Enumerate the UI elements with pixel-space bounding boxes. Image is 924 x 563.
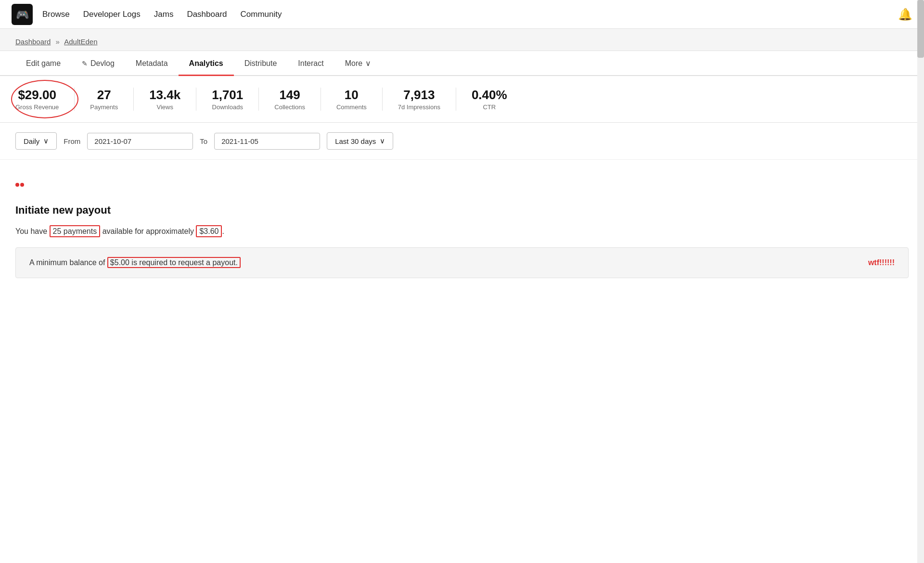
stat-label-views: Views xyxy=(156,103,173,111)
payout-title: Initiate new payout xyxy=(15,204,909,217)
range-select[interactable]: Last 30 days ∨ xyxy=(327,132,393,150)
stat-value-comments: 10 xyxy=(345,88,359,102)
nav-browse[interactable]: Browse xyxy=(42,10,70,19)
chart-dot xyxy=(20,183,24,187)
stat-comments: 10 Comments xyxy=(321,88,383,111)
payout-text-before: You have xyxy=(15,227,50,235)
payments-highlight: 25 payments xyxy=(50,225,101,237)
top-navigation: 🎮 Browse Developer Logs Jams Dashboard C… xyxy=(0,0,924,29)
notice-box: A minimum balance of $5.00 is required t… xyxy=(15,247,909,278)
stat-label-impressions: 7d Impressions xyxy=(398,103,440,111)
breadcrumb-separator: » xyxy=(56,38,60,46)
tab-metadata[interactable]: Metadata xyxy=(125,51,179,76)
stat-label-collections: Collections xyxy=(274,103,305,111)
stat-collections: 149 Collections xyxy=(259,88,321,111)
stat-downloads: 1,701 Downloads xyxy=(196,88,259,111)
notification-bell-icon[interactable]: 🔔 xyxy=(898,8,912,21)
scrollbar-thumb[interactable] xyxy=(917,0,924,58)
stat-value-downloads: 1,701 xyxy=(212,88,243,102)
period-chevron-down-icon: ∨ xyxy=(43,137,49,145)
stat-label-gross-revenue: Gross Revenue xyxy=(15,103,59,111)
nav-dashboard[interactable]: Dashboard xyxy=(187,10,227,19)
tab-analytics[interactable]: Analytics xyxy=(179,51,234,76)
breadcrumb: Dashboard » AdultEden xyxy=(0,29,924,51)
stat-ctr: 0.40% CTR xyxy=(456,88,523,111)
stat-value-views: 13.4k xyxy=(149,88,180,102)
stat-value-payments: 27 xyxy=(97,88,111,102)
tab-interact[interactable]: Interact xyxy=(287,51,334,76)
from-date-input[interactable] xyxy=(87,133,193,150)
payout-text-after: . xyxy=(222,227,224,235)
tab-devlog[interactable]: ✎ Devlog xyxy=(71,51,125,76)
payout-section: Initiate new payout You have 25 payments… xyxy=(0,189,924,278)
tab-edit-game[interactable]: Edit game xyxy=(15,51,71,76)
stat-label-comments: Comments xyxy=(336,103,367,111)
tab-more[interactable]: More ∨ xyxy=(334,51,382,76)
stat-value-collections: 149 xyxy=(279,88,300,102)
stat-gross-revenue: $29.00 Gross Revenue xyxy=(15,88,75,111)
filters-row: Daily ∨ From To Last 30 days ∨ xyxy=(0,123,924,160)
stat-value-ctr: 0.40% xyxy=(472,88,507,102)
scrollbar[interactable] xyxy=(917,0,924,278)
stat-label-downloads: Downloads xyxy=(212,103,243,111)
tab-distribute[interactable]: Distribute xyxy=(234,51,288,76)
breadcrumb-dashboard[interactable]: Dashboard xyxy=(15,38,51,46)
stat-label-payments: Payments xyxy=(90,103,118,111)
stat-impressions: 7,913 7d Impressions xyxy=(383,88,456,111)
stats-row: $29.00 Gross Revenue 27 Payments 13.4k V… xyxy=(0,76,924,123)
stat-label-ctr: CTR xyxy=(483,103,496,111)
analytics-chart xyxy=(0,160,924,189)
range-chevron-down-icon: ∨ xyxy=(380,137,385,145)
stat-views: 13.4k Views xyxy=(134,88,196,111)
nav-community[interactable]: Community xyxy=(241,10,282,19)
game-tabs: Edit game ✎ Devlog Metadata Analytics Di… xyxy=(0,51,924,76)
nav-jams[interactable]: Jams xyxy=(154,10,174,19)
devlog-edit-icon: ✎ xyxy=(82,60,88,67)
notice-highlight: $5.00 is required to request a payout. xyxy=(107,257,241,268)
payout-text-middle: available for approximately xyxy=(100,227,196,235)
stat-value-impressions: 7,913 xyxy=(403,88,435,102)
nav-links: Browse Developer Logs Jams Dashboard Com… xyxy=(42,10,898,19)
more-chevron-down-icon: ∨ xyxy=(365,59,371,68)
stat-value-gross-revenue: $29.00 xyxy=(18,88,56,102)
chart-dot xyxy=(15,183,19,187)
stat-payments: 27 Payments xyxy=(75,88,134,111)
from-label: From xyxy=(64,137,80,145)
amount-highlight: $3.60 xyxy=(196,225,222,237)
breadcrumb-current[interactable]: AdultEden xyxy=(64,38,97,46)
notice-text: A minimum balance of $5.00 is required t… xyxy=(29,258,241,267)
period-select[interactable]: Daily ∨ xyxy=(15,132,57,150)
payout-description: You have 25 payments available for appro… xyxy=(15,225,909,238)
svg-text:🎮: 🎮 xyxy=(16,8,29,21)
to-label: To xyxy=(200,137,207,145)
to-date-input[interactable] xyxy=(214,133,320,150)
nav-developer-logs[interactable]: Developer Logs xyxy=(83,10,141,19)
itch-logo: 🎮 xyxy=(12,4,33,25)
wtf-annotation: wtf!!!!!! xyxy=(868,258,895,267)
notice-text-before: A minimum balance of xyxy=(29,258,107,267)
